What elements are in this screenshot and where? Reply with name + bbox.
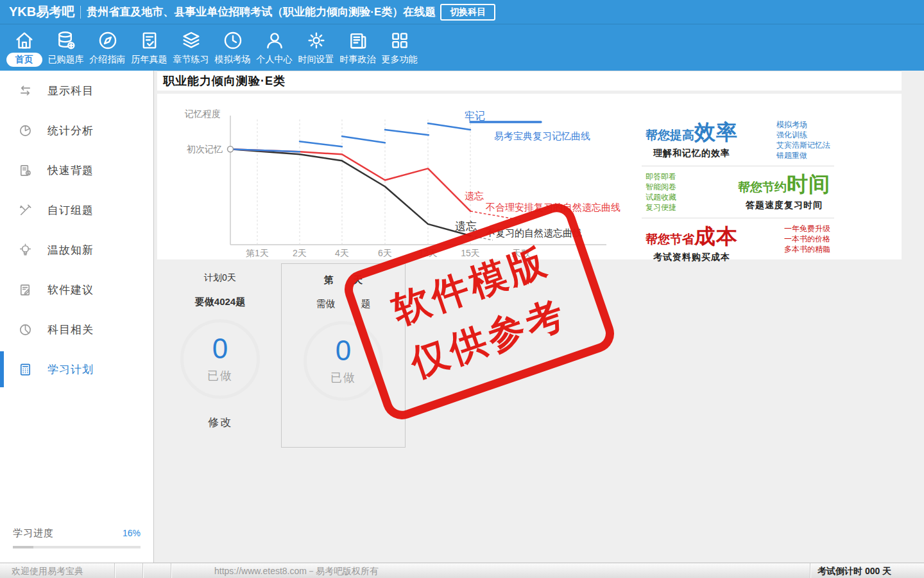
switch-subject-button[interactable]: 切换科目 [440,4,495,21]
status-divider [810,563,810,578]
sidebar-item-label: 快速背题 [47,163,94,178]
sidebar-item-label: 自订组题 [47,203,94,218]
toolbar-item-home[interactable]: 首页 [3,24,45,67]
done-ring: 0 已做 [180,319,260,399]
promo-list-item: 一年免费升级 [784,223,830,234]
svg-text:不合理安排复习的自然遗忘曲线: 不合理安排复习的自然遗忘曲线 [485,202,620,213]
grid-icon [389,30,411,51]
sidebar-item-label: 温故知新 [47,243,94,258]
status-welcome: 欢迎使用易考宝典 [12,566,83,577]
exam-title: 贵州省直及地市、县事业单位招聘考试（职业能力倾向测验·E类）在线题库 [87,4,436,19]
news-icon [347,30,369,51]
toolbar-item-label: 时事政治 [340,54,376,66]
status-divider [114,563,115,578]
sidebar-item-label: 软件建议 [47,283,94,297]
toolbar-item-politics[interactable]: 时事政治 [337,24,379,66]
svg-text:易考宝典复习记忆曲线: 易考宝典复习记忆曲线 [494,130,590,141]
toolbar-item-label: 时间设置 [298,54,334,66]
sidebar-item-feedback[interactable]: 软件建议 [0,270,153,310]
progress-value: 16% [123,528,141,538]
toolbar-item-label: 已购题库 [48,54,84,66]
svg-text:遗忘: 遗忘 [455,220,477,232]
toolbar-item-label: 更多功能 [382,54,418,66]
promo-prefix: 帮您提高 [646,128,694,142]
done-label: 已做 [207,368,233,383]
svg-text:12天: 12天 [418,248,438,258]
stamp-line: 仅供参考 [403,285,574,390]
brand-divider [80,6,81,19]
svg-text:不复习的自然遗忘曲线: 不复习的自然遗忘曲线 [485,227,582,238]
sidebar: 显示科目统计分析快速背题自订组题温故知新软件建议科目相关学习计划 学习进度 16… [0,71,154,563]
promo-word: 时间 [787,172,830,196]
quick-doc-icon [18,163,33,178]
promo-list-item: 即答即看 [646,171,676,182]
promo-list: 即答即看智能阅卷试题收藏复习便捷 [646,171,676,213]
promo-sub: 答题速度复习时间 [738,200,830,211]
svg-text:6天: 6天 [378,248,392,258]
promo-list-item: 复习便捷 [646,202,676,213]
pie-chart-icon [18,123,33,138]
promo-list-item: 模拟考场 [776,119,830,130]
status-divider [142,563,143,578]
svg-text:4天: 4天 [335,248,349,258]
toolbar-item-profile[interactable]: 个人中心 [253,24,295,66]
toolbar-item-chapter[interactable]: 章节练习 [170,24,212,66]
swap-arrows-icon [18,83,33,98]
svg-text:初次记忆: 初次记忆 [186,144,223,154]
promo-block: 帮您提高效率 理解和记忆的效率 模拟考场强化训练艾宾浩斯记忆法错题重做 即答即看… [642,114,834,268]
sidebar-item-study-plan[interactable]: 学习计划 [0,349,153,389]
plan-card-total: 计划0天 要做4024题 0 已做 修改 [178,272,262,430]
tools-icon [18,203,33,218]
toolbar-item-past-papers[interactable]: 历年真题 [128,24,170,66]
sidebar-item-subject-related[interactable]: 科目相关 [0,310,153,349]
toolbar-item-more[interactable]: 更多功能 [379,24,420,66]
svg-text:牢记: 牢记 [465,110,485,121]
sidebar-item-custom-set[interactable]: 自订组题 [0,190,153,230]
toolbar-item-label: 章节练习 [173,54,209,66]
promo-list-item: 多本书的精髓 [784,244,830,254]
layers-icon [180,30,202,51]
modify-plan-button[interactable]: 修改 [178,415,262,430]
sidebar-item-label: 科目相关 [47,322,94,337]
svg-text:第1天: 第1天 [246,248,269,258]
need-suffix: 题 [361,298,371,310]
toolbar-item-guide[interactable]: 介绍指南 [87,24,128,66]
svg-text:15天: 15天 [461,248,480,258]
doc-edit-icon [18,283,33,297]
promo-row-cost: 帮您节省成本 考试资料购买成本 一年免费升级一本书的价格多本书的精髓 [642,218,834,268]
user-icon [264,30,286,51]
toolbar-item-purchased[interactable]: 已购题库 [45,24,87,66]
promo-sub: 理解和记忆的效率 [646,148,738,159]
promo-list-item: 艾宾浩斯记忆法 [776,140,830,150]
title-bar: YKB易考吧 贵州省直及地市、县事业单位招聘考试（职业能力倾向测验·E类）在线题… [0,0,924,24]
database-plus-icon [55,30,77,51]
sidebar-item-subjects[interactable]: 显示科目 [0,71,153,110]
promo-word: 成本 [694,224,738,248]
promo-list-item: 智能阅卷 [646,182,676,192]
toolbar-item-label: 介绍指南 [90,54,126,66]
clock-icon [222,30,244,51]
done-ring: 0 已做 [304,321,383,401]
exam-countdown: 考试倒计时 000 天 [817,566,891,577]
sidebar-item-stats[interactable]: 统计分析 [0,110,153,150]
status-bar: 欢迎使用易考宝典 https://www.etest8.com－易考吧版权所有 … [0,563,924,578]
sidebar-item-review-old[interactable]: 温故知新 [0,230,153,270]
home-icon [13,30,35,51]
toolbar-item-mock-exam[interactable]: 模拟考场 [212,24,253,66]
day-prefix: 第 [324,274,334,286]
need-prefix: 需做 [316,298,336,310]
promo-list-item: 一本书的价格 [784,234,830,244]
section-title: 职业能力倾向测验·E类 [163,73,286,89]
svg-text:记忆程度: 记忆程度 [184,109,221,119]
promo-list-item: 试题收藏 [646,192,676,202]
promo-prefix: 帮您节约 [738,180,787,194]
toolbar-item-time-settings[interactable]: 时间设置 [295,24,337,66]
app-logo: YKB易考吧 [9,3,74,21]
calculator-icon [18,362,33,377]
section-title-band: 职业能力倾向测验·E类 [157,71,902,91]
plan-card-today: 第 天 需做 题 0 已做 [281,263,406,448]
sidebar-item-quick-review[interactable]: 快速背题 [0,150,153,190]
progress-bar-fill [13,546,33,548]
toolbar-item-label: 首页 [6,53,42,67]
sidebar-item-label: 显示科目 [47,83,94,98]
